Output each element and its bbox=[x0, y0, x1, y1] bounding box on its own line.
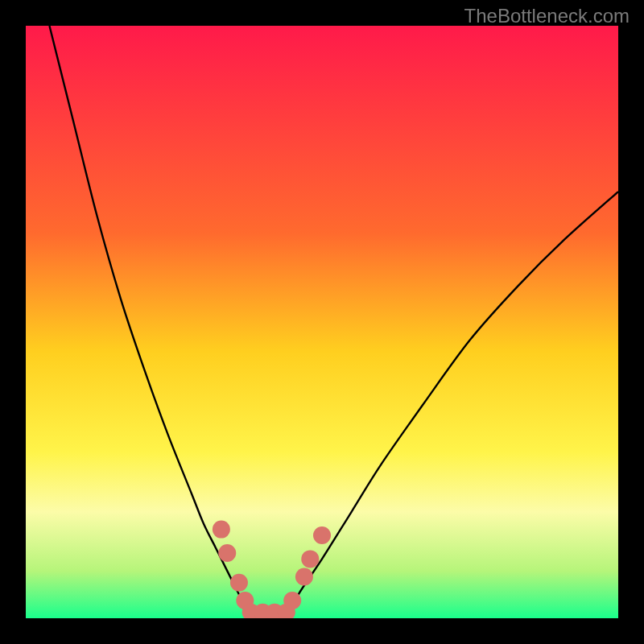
watermark-text: TheBottleneck.com bbox=[464, 5, 630, 27]
data-point bbox=[230, 574, 248, 592]
data-point bbox=[218, 544, 236, 562]
data-point bbox=[283, 592, 301, 609]
data-point bbox=[295, 568, 313, 585]
chart-canvas bbox=[26, 26, 618, 618]
data-point bbox=[301, 550, 319, 568]
data-point bbox=[313, 526, 331, 544]
bottleneck-chart bbox=[26, 26, 618, 618]
data-point bbox=[213, 521, 230, 539]
